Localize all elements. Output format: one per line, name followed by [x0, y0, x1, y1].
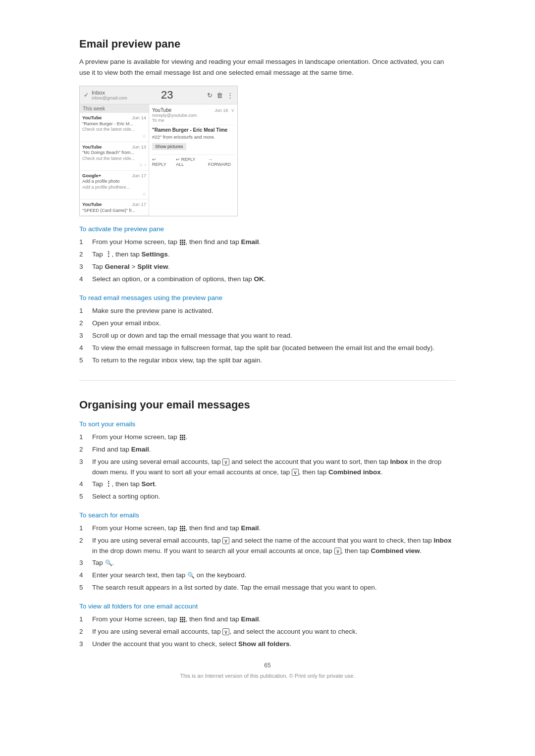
delete-icon: 🗑 [216, 92, 223, 99]
subsection-activate-title: To activate the preview pane [79, 225, 456, 233]
read-step-3: 3 Scroll up or down and tap the email me… [79, 330, 456, 342]
preview-to: To me [152, 118, 197, 123]
email-count: 23 [161, 89, 173, 101]
reply-all-button[interactable]: ↩ REPLY ALL [176, 157, 202, 167]
email-sender-2: YouTubeJun 13 [82, 144, 146, 150]
read-step-5: 5 To return to the regular inbox view, t… [79, 355, 456, 366]
sort-step-5: 5 Select a sorting option. [79, 491, 456, 503]
reply-button[interactable]: ↩ REPLY [152, 157, 170, 167]
activate-step-4: 4 Select an option, or a combination of … [79, 274, 456, 285]
search-step-4: 4 Enter your search text, then tap 🔍 on … [79, 570, 456, 581]
star-icon-2: ☆ [139, 162, 143, 168]
sort-step-2: 2 Find and tap Email. [79, 444, 456, 455]
subsection-sort-title: To sort your emails [79, 420, 456, 428]
activate-steps-list: 1 From your Home screen, tap , then find… [79, 237, 456, 285]
folders-step-3: 3 Under the account that you want to che… [79, 639, 456, 650]
activate-step-1: 1 From your Home screen, tap , then find… [79, 237, 456, 248]
email-list: This week YouTubeJun 14 "Ramen Burger - … [80, 104, 149, 216]
page-number: 65 [79, 662, 456, 669]
folders-step-2: 2 If you are using several email account… [79, 626, 456, 638]
forward-button[interactable]: → FORWARD [208, 157, 234, 167]
this-week-header: This week [80, 104, 149, 113]
activate-step-3: 3 Tap General > Split view. [79, 261, 456, 273]
email-item-1: YouTubeJun 14 "Ramen Burger - Eric M... … [80, 113, 149, 142]
dropdown-icon-5: ∨ [222, 628, 229, 635]
email-preview-2: Check out the latest vide... [82, 156, 146, 162]
search-step-3: 3 Tap 🔍. [79, 557, 456, 569]
dropdown-icon-1: ∨ [222, 458, 229, 465]
email-subject-4: "SPEED (Card Game)" fr... [82, 208, 146, 214]
search-step-2: 2 If you are using several email account… [79, 535, 456, 556]
email-item-2: YouTubeJun 13 "Mc Doings Beach" from... … [80, 142, 149, 171]
activate-step-2: 2 Tap ⋮, then tap Settings. [79, 249, 456, 260]
star-icon-3: ☆ [142, 192, 146, 198]
grid-icon-3 [180, 526, 185, 531]
dropdown-icon-4: ∨ [334, 548, 341, 554]
email-header-icons: ↻ 🗑 ⋮ [207, 92, 233, 99]
email-address: inbox@gmail.com [92, 96, 127, 101]
sort-steps-list: 1 From your Home screen, tap . 2 Find an… [79, 432, 456, 503]
email-sender-1: YouTubeJun 14 [82, 115, 146, 121]
search-step-1: 1 From your Home screen, tap , then find… [79, 523, 456, 534]
folders-steps-list: 1 From your Home screen, tap , then find… [79, 614, 456, 650]
check-icon: ✓ [84, 92, 89, 99]
sort-step-4: 4 Tap ⋮, then tap Sort. [79, 479, 456, 490]
email-preview-3: Add a profile phothere... [82, 185, 146, 191]
grid-icon-1 [180, 240, 185, 245]
footer-note: This is an Internet version of this publ… [79, 673, 456, 679]
arrow-icon-2: ‹ [145, 162, 146, 168]
section2-title: Organising your email messages [79, 399, 456, 411]
section-divider [79, 380, 456, 381]
email-subject-1: "Ramen Burger - Eric M... [82, 121, 146, 127]
inbox-label: Inbox [92, 90, 127, 96]
email-body-split: This week YouTubeJun 14 "Ramen Burger - … [80, 104, 237, 216]
folders-step-1: 1 From your Home screen, tap , then find… [79, 614, 456, 625]
show-pictures-button[interactable]: Show pictures [152, 143, 186, 150]
preview-date: Jun 18 [214, 108, 228, 113]
search-icon-inline-1: 🔍 [105, 559, 112, 566]
preview-from: YouTube [152, 107, 197, 113]
search-steps-list: 1 From your Home screen, tap , then find… [79, 523, 456, 594]
more-icon: ⋮ [227, 92, 233, 99]
email-preview-header: YouTube noreply@youtube.com To me Jun 18… [152, 107, 234, 125]
email-preview-actions: ↩ REPLY ↩ REPLY ALL → FORWARD [152, 154, 234, 169]
search-step-5: 5 The search result appears in a list so… [79, 582, 456, 594]
read-step-1: 1 Make sure the preview pane is activate… [79, 305, 456, 317]
preview-subject: "Ramen Burger - Eric Meal Time [152, 127, 234, 133]
email-preview-pane: YouTube noreply@youtube.com To me Jun 18… [149, 104, 237, 216]
subsection-read-title: To read email messages using the preview… [79, 294, 456, 302]
email-screenshot: ✓ Inbox inbox@gmail.com 23 ↻ 🗑 ⋮ This we… [79, 86, 238, 216]
section1-intro: A preview pane is available for viewing … [79, 56, 456, 78]
email-sender-3: Google+Jun 17 [82, 173, 146, 179]
grid-icon-4 [180, 617, 185, 622]
read-step-4: 4 To view the email message in fullscree… [79, 343, 456, 354]
read-steps-list: 1 Make sure the preview pane is activate… [79, 305, 456, 366]
read-step-2: 2 Open your email inbox. [79, 318, 456, 329]
grid-icon-2 [180, 435, 185, 440]
dropdown-icon-2: ∨ [292, 469, 299, 476]
email-item-3: Google+Jun 17 Add a profile photo Add a … [80, 171, 149, 200]
email-header-bar: ✓ Inbox inbox@gmail.com 23 ↻ 🗑 ⋮ [80, 86, 237, 104]
email-item-4: YouTubeJun 17 "SPEED (Card Game)" fr... [80, 200, 149, 216]
sort-step-1: 1 From your Home screen, tap . [79, 432, 456, 443]
sort-step-3: 3 If you are using several email account… [79, 456, 456, 478]
email-preview-1: Check out the latest vide... [82, 127, 146, 133]
subsection-folders-title: To view all folders for one email accoun… [79, 603, 456, 610]
email-subject-2: "Mc Doings Beach" from... [82, 150, 146, 156]
refresh-icon: ↻ [207, 92, 213, 99]
email-subject-3: Add a profile photo [82, 179, 146, 185]
dropdown-icon-3: ∨ [222, 537, 229, 544]
preview-from-email: noreply@youtube.com [152, 113, 197, 118]
search-icon-inline-2: 🔍 [187, 572, 195, 579]
star-icon-1: ☆ [142, 134, 146, 140]
section1-title: Email preview pane [79, 38, 456, 50]
email-sender-4: YouTubeJun 17 [82, 202, 146, 207]
subsection-search-title: To search for emails [79, 511, 456, 519]
preview-body: #22" from ericsturfs and more. [152, 134, 234, 140]
chevron-down-icon: ∨ [231, 107, 234, 113]
